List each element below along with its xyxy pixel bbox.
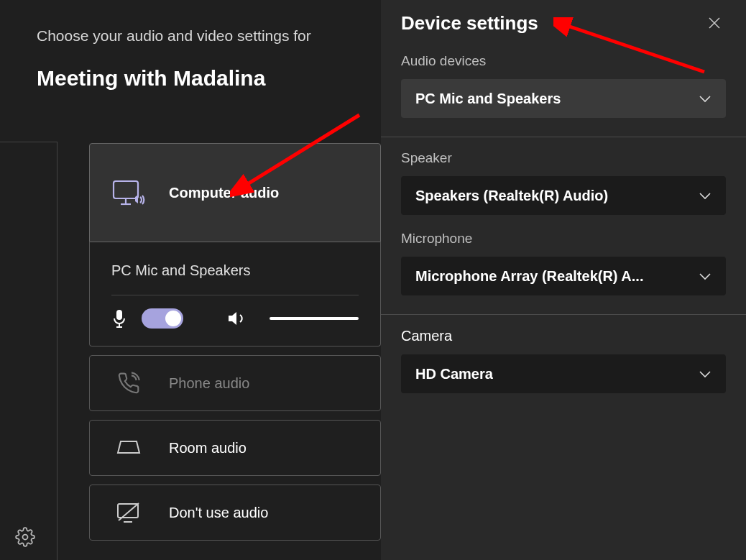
chevron-down-icon [699,369,712,378]
phone-icon [111,372,146,395]
svg-rect-1 [114,181,138,198]
meeting-title: Meeting with Madalina [37,66,265,91]
chevron-down-icon [699,272,712,280]
option-room-audio[interactable]: Room audio [89,420,381,476]
panel-header: Device settings [381,0,746,40]
speaker-icon[interactable] [226,309,247,328]
option-dont-use-audio[interactable]: Don't use audio [89,485,381,541]
option-computer-audio[interactable]: Computer audio [89,143,381,242]
chevron-down-icon [699,191,712,200]
dropdown-value: Speakers (Realtek(R) Audio) [415,188,608,204]
mic-toggle[interactable] [142,308,183,329]
speaker-label: Speaker [401,150,726,166]
device-settings-panel: Device settings Audio devices PC Mic and… [381,0,746,560]
selected-device-name: PC Mic and Speakers [111,262,359,279]
section-speaker-mic: Speaker Speakers (Realtek(R) Audio) Micr… [381,137,746,315]
gear-icon [15,527,35,547]
audio-controls [111,308,359,329]
monitor-speaker-icon [111,178,146,207]
close-icon [707,16,722,30]
prejoin-panel: Choose your audio and video settings for… [0,0,381,560]
camera-dropdown[interactable]: HD Camera [401,354,726,393]
camera-label: Camera [401,328,726,344]
close-button[interactable] [703,12,726,35]
option-phone-audio[interactable]: Phone audio [89,355,381,411]
dropdown-value: HD Camera [415,366,493,382]
section-camera: Camera HD Camera [381,315,746,412]
section-audio-devices: Audio devices PC Mic and Speakers [381,40,746,137]
panel-title: Device settings [401,12,538,35]
toggle-knob [165,311,181,326]
option-label: Don't use audio [169,505,268,521]
option-label: Room audio [169,440,247,456]
option-label: Computer audio [169,185,279,201]
svg-point-0 [23,535,28,540]
monitor-off-icon [111,502,146,523]
audio-devices-dropdown[interactable]: PC Mic and Speakers [401,79,726,118]
microphone-icon[interactable] [111,308,127,329]
dropdown-value: PC Mic and Speakers [415,91,561,107]
svg-rect-4 [116,310,122,320]
microphone-label: Microphone [401,231,726,247]
room-icon [111,439,146,457]
divider [111,295,359,295]
sidebar-edge [0,142,57,560]
chevron-down-icon [699,94,712,103]
audio-options: Computer audio PC Mic and Speakers [89,143,381,541]
section-label: Audio devices [401,53,726,69]
volume-slider[interactable] [270,317,359,320]
intro-text: Choose your audio and video settings for [37,27,311,45]
dropdown-value: Microphone Array (Realtek(R) A... [415,268,643,285]
settings-button[interactable] [15,527,35,547]
speaker-dropdown[interactable]: Speakers (Realtek(R) Audio) [401,176,726,215]
computer-audio-subpanel: PC Mic and Speakers [89,242,381,346]
microphone-dropdown[interactable]: Microphone Array (Realtek(R) A... [401,257,726,295]
option-label: Phone audio [169,375,249,392]
